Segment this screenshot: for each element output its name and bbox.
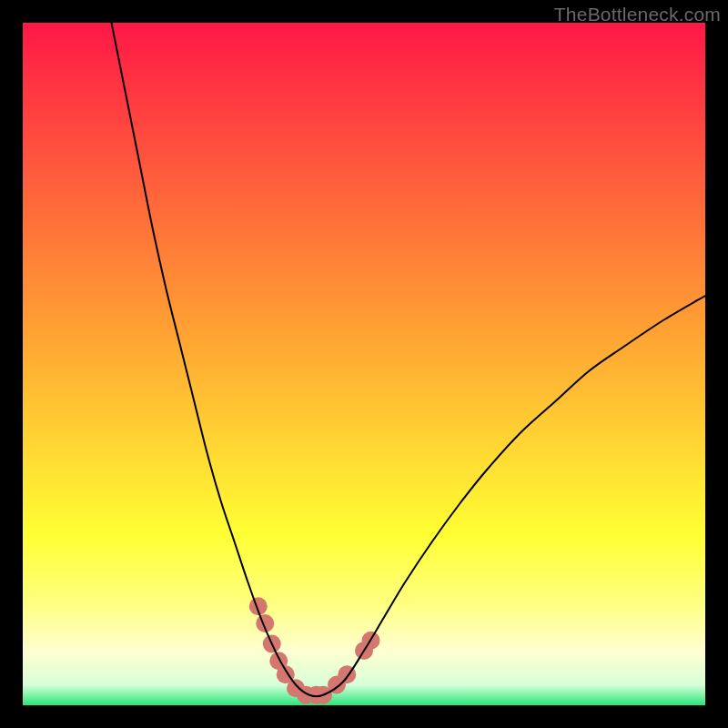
watermark-text: TheBottleneck.com <box>554 4 721 25</box>
chart-svg <box>23 23 705 705</box>
chart-area <box>23 23 705 705</box>
chart-background <box>23 23 705 705</box>
